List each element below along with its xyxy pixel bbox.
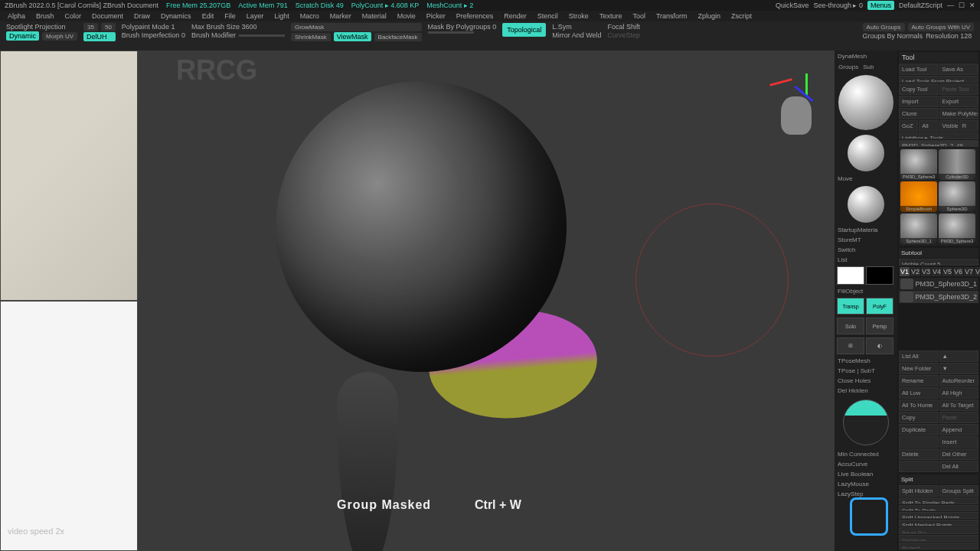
dynamic-toggle[interactable]: Dynamic bbox=[6, 31, 39, 41]
duplicate-button[interactable]: Duplicate bbox=[899, 424, 939, 435]
mesh-head-sphere[interactable] bbox=[276, 81, 567, 372]
vs-4[interactable]: V4 bbox=[932, 267, 942, 276]
val-35[interactable]: 35 bbox=[83, 23, 98, 31]
paste-tool-button[interactable]: Paste Tool bbox=[939, 83, 979, 95]
floor-icon[interactable]: ⊞ bbox=[837, 337, 864, 354]
del-other-button[interactable]: Del Other bbox=[939, 448, 979, 460]
project-button[interactable]: Project bbox=[899, 543, 978, 549]
groups-split-button[interactable]: Groups Split bbox=[939, 485, 979, 497]
menu-dynamics[interactable]: Dynamics bbox=[161, 12, 191, 20]
material-preview-3[interactable] bbox=[848, 186, 884, 223]
clone-button[interactable]: Clone bbox=[899, 108, 939, 119]
export-button[interactable]: Export bbox=[939, 96, 979, 107]
autogroups-button[interactable]: Auto Groups bbox=[863, 23, 905, 31]
brush-mod-slider[interactable] bbox=[239, 34, 285, 37]
all-target-button[interactable]: All To Target bbox=[939, 399, 979, 411]
subtool-item-1[interactable]: PM3D_Sphere3D_1 bbox=[899, 278, 978, 290]
new-folder-button[interactable]: New Folder bbox=[899, 363, 939, 374]
lsym-toggle[interactable]: L.Sym bbox=[552, 23, 601, 31]
menu-texture[interactable]: Texture bbox=[599, 12, 622, 20]
rename-button[interactable]: Rename bbox=[899, 375, 939, 386]
window-min-icon[interactable]: — bbox=[947, 2, 954, 9]
deluh-button[interactable]: DelUH bbox=[83, 32, 116, 41]
mesh-tail[interactable] bbox=[337, 372, 398, 551]
list-all-button[interactable]: List All bbox=[899, 350, 939, 362]
gizmo-ring[interactable] bbox=[635, 204, 789, 357]
menu-light[interactable]: Light bbox=[274, 12, 289, 20]
fillobject-button[interactable]: FillObject bbox=[836, 287, 896, 295]
copy-subtool-button[interactable]: Copy bbox=[899, 412, 939, 423]
mirror-weld-button[interactable]: Mirror And Weld bbox=[552, 31, 601, 39]
split-to-parts-button[interactable]: Split To Parts bbox=[899, 505, 978, 512]
autoreorder-button[interactable]: AutoReorder bbox=[939, 375, 979, 386]
vs-5[interactable]: V5 bbox=[942, 267, 952, 276]
material-preview-2[interactable] bbox=[848, 135, 884, 171]
delhidden-button[interactable]: Del Hidden bbox=[836, 386, 896, 395]
split-header[interactable]: Split bbox=[899, 474, 978, 484]
storemt-button[interactable]: StoreMT bbox=[836, 236, 896, 244]
vs-8[interactable]: V8 bbox=[975, 267, 980, 276]
color-white-swatch[interactable] bbox=[837, 266, 864, 285]
startup-material[interactable]: StartupMateria bbox=[836, 226, 896, 234]
polypaint-label[interactable]: Polypaint Mode 1 bbox=[122, 23, 185, 31]
menu-picker[interactable]: Picker bbox=[426, 12, 446, 20]
menu-preferences[interactable]: Preferences bbox=[456, 12, 494, 20]
menu-edit[interactable]: Edit bbox=[202, 12, 214, 20]
paste-subtool-button[interactable]: Paste bbox=[939, 412, 979, 423]
color-black-swatch[interactable] bbox=[866, 266, 893, 285]
backfacemask-button[interactable]: BackfaceMask bbox=[374, 33, 422, 41]
vs-1[interactable]: V1 bbox=[900, 267, 910, 276]
import-button[interactable]: Import bbox=[899, 96, 939, 107]
val-50[interactable]: 50 bbox=[101, 23, 116, 31]
lazymouse-toggle[interactable]: LazyMouse bbox=[836, 480, 896, 488]
local-icon[interactable]: ◐ bbox=[866, 337, 893, 354]
material-preview-1[interactable] bbox=[838, 75, 893, 130]
viewport[interactable]: Group Masked Ctrl + W RRCG bbox=[138, 51, 835, 551]
load-from-project-button[interactable]: Load Tools From Project bbox=[899, 76, 978, 83]
menu-layer[interactable]: Layer bbox=[247, 12, 264, 20]
vs-2[interactable]: V2 bbox=[910, 267, 920, 276]
menu-zplugin[interactable]: Zplugin bbox=[698, 12, 721, 20]
all-home-button[interactable]: All To Home bbox=[899, 399, 939, 411]
make-polymesh-button[interactable]: Make PolyMesh3D bbox=[939, 108, 979, 119]
quicksave-button[interactable]: QuickSave bbox=[776, 2, 809, 9]
del-all-button[interactable]: Del All bbox=[939, 461, 979, 472]
autogroups-uv-button[interactable]: Auto Groups With UV bbox=[908, 23, 974, 31]
menu-tool[interactable]: Tool bbox=[632, 12, 645, 20]
brush-imperfection[interactable]: Brush Imperfection 0 bbox=[122, 31, 185, 39]
split-hidden-button[interactable]: Split Hidden bbox=[899, 485, 939, 497]
mask-by-polygroups[interactable]: Mask By Polygroups 0 bbox=[428, 23, 497, 31]
persp-toggle[interactable]: Persp bbox=[866, 318, 893, 334]
copy-tool-button[interactable]: Copy Tool bbox=[899, 83, 939, 95]
lightbox-tools[interactable]: Lightbox ▸ Tools bbox=[899, 132, 978, 139]
load-tool-button[interactable]: Load Tool bbox=[899, 64, 939, 75]
menu-movie[interactable]: Movie bbox=[397, 12, 416, 20]
vs-6[interactable]: V6 bbox=[953, 267, 963, 276]
menu-transform[interactable]: Transform bbox=[656, 12, 688, 20]
viewmask-button[interactable]: ViewMask bbox=[334, 32, 371, 41]
goz-r-button[interactable]: R bbox=[959, 120, 978, 132]
tposemesh-button[interactable]: TPoseMesh bbox=[836, 357, 896, 365]
shrinkmask-button[interactable]: ShrinkMask bbox=[291, 33, 331, 41]
menu-macro[interactable]: Macro bbox=[300, 12, 319, 20]
all-low-button[interactable]: All Low bbox=[899, 387, 939, 399]
arrow-up-icon[interactable]: ▲ bbox=[939, 350, 979, 362]
split-masked-button[interactable]: Split Masked Points bbox=[899, 520, 978, 527]
all-high-button[interactable]: All High bbox=[939, 387, 979, 399]
menu-zscript[interactable]: Zscript bbox=[731, 12, 752, 20]
menu-document[interactable]: Document bbox=[92, 12, 123, 20]
thumb-sphere3d[interactable]: Sphere3D bbox=[939, 181, 975, 212]
symmetry-widget[interactable] bbox=[843, 399, 889, 445]
tool-header[interactable]: Tool bbox=[899, 52, 978, 63]
goz-visible-button[interactable]: Visible bbox=[939, 120, 959, 132]
append-button[interactable]: Append bbox=[939, 424, 979, 435]
thumb-simplebrush[interactable]: SimpleBrush bbox=[900, 181, 937, 212]
bevel-pro-button[interactable]: Bevel Pro bbox=[899, 527, 978, 534]
growmask-button[interactable]: GrowMask bbox=[291, 23, 422, 31]
max-brush-size[interactable]: Max Brush Size 3600 bbox=[191, 23, 285, 31]
split-unmasked-button[interactable]: Split Unmasked Points bbox=[899, 512, 978, 519]
menu-stroke[interactable]: Stroke bbox=[569, 12, 589, 20]
delete-button[interactable]: Delete bbox=[899, 448, 939, 460]
menu-stencil[interactable]: Stencil bbox=[537, 12, 558, 20]
menu-alpha[interactable]: Alpha bbox=[8, 12, 25, 20]
